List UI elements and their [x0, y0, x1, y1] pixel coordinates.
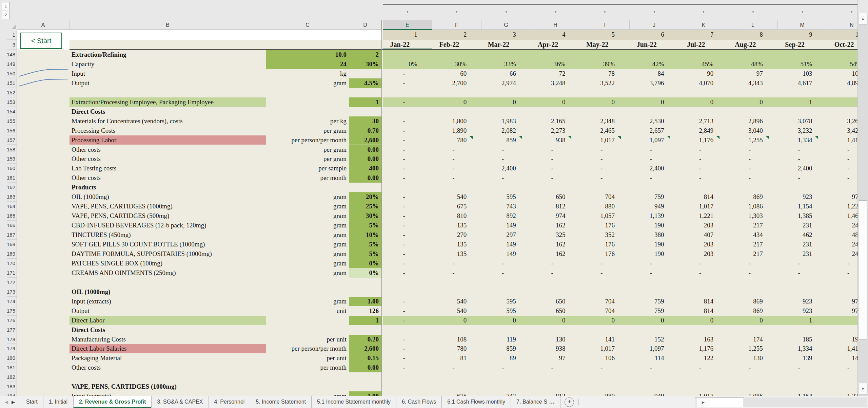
cell-J163[interactable]: 759 [630, 192, 679, 202]
cell-D154[interactable] [349, 107, 381, 116]
cell-I167[interactable]: 352 [580, 230, 630, 240]
row-header-151[interactable]: 151 [7, 78, 17, 88]
cell-C155[interactable]: per kg [266, 116, 349, 126]
cell-G159[interactable]: - [481, 154, 531, 164]
cell-N166[interactable]: 245 [827, 221, 857, 230]
cell-D158[interactable]: 0.00 [349, 145, 381, 154]
cell-E184[interactable]: - [383, 391, 432, 396]
cell-B184[interactable]: Input (extracts) [70, 391, 266, 396]
cell-A175[interactable] [17, 306, 70, 316]
cell-A176[interactable] [17, 316, 70, 325]
column-header-G[interactable]: G [481, 20, 531, 30]
row-header-153[interactable]: 153 [7, 97, 17, 107]
cell-J173[interactable] [630, 287, 679, 297]
tab-7-balance-s[interactable]: 7. Balance S... [511, 396, 560, 408]
cell-E148[interactable] [383, 50, 432, 59]
cell-H170[interactable]: - [531, 259, 580, 268]
cell-E151[interactable]: - [383, 78, 432, 88]
row-header-159[interactable]: 159 [7, 154, 17, 164]
cell-F160[interactable]: - [432, 164, 482, 173]
cell-M172[interactable] [778, 278, 827, 287]
cell-N163[interactable]: 978 [827, 192, 857, 202]
cell-H150[interactable]: 72 [531, 69, 580, 78]
column-header-L[interactable]: L [728, 20, 778, 30]
cell-H163[interactable]: 650 [531, 192, 580, 202]
cell-H173[interactable] [531, 287, 580, 297]
cell-C162[interactable] [266, 183, 349, 192]
cell-F169[interactable]: 135 [432, 249, 482, 259]
row-header-179[interactable]: 179 [7, 344, 17, 353]
cell-I172[interactable] [580, 278, 630, 287]
cell-J164[interactable]: 949 [630, 202, 679, 211]
column-group-dot[interactable] [654, 11, 655, 13]
cell-N174[interactable]: 978 [827, 297, 857, 306]
cell-L184[interactable]: 1,086 [728, 391, 778, 396]
cell-N178[interactable]: 196 [827, 335, 857, 344]
cell-B165[interactable]: VAPE, PENS, CARTIDGES (500mg) [70, 211, 266, 221]
cell-F155[interactable]: 1,800 [432, 116, 482, 126]
cell-A182[interactable] [17, 372, 70, 382]
cell-E157[interactable]: - [383, 135, 432, 145]
cell-N175[interactable]: 978 [827, 306, 857, 316]
cell-A181[interactable] [17, 363, 70, 372]
cell-A179[interactable] [17, 344, 70, 353]
cell-K155[interactable]: 2,713 [679, 116, 729, 126]
cell-J166[interactable]: 190 [630, 221, 679, 230]
cell-D180[interactable]: 0.15 [349, 353, 381, 363]
cell-E173[interactable] [383, 287, 432, 297]
cell-E160[interactable]: - [383, 164, 432, 173]
cell-G178[interactable]: 119 [481, 335, 531, 344]
cell-N159[interactable]: - [827, 154, 857, 164]
cell-K177[interactable] [679, 325, 729, 335]
cell-M158[interactable]: - [778, 145, 827, 154]
cell-K170[interactable]: - [679, 259, 729, 268]
cell-N164[interactable]: 1,223 [827, 202, 857, 211]
select-all-corner[interactable] [7, 20, 17, 30]
cell-K149[interactable]: 45% [679, 59, 729, 69]
cell-L169[interactable]: 217 [728, 249, 778, 259]
cell-B162[interactable]: Products [70, 183, 266, 192]
cell-D160[interactable]: 400 [349, 164, 381, 173]
cell-A166[interactable] [17, 221, 70, 230]
cell-G155[interactable]: 1,983 [481, 116, 531, 126]
cell-E158[interactable]: - [383, 145, 432, 154]
month-label-cell[interactable]: Oct-22 [827, 40, 857, 50]
column-header-C[interactable]: C [266, 20, 349, 30]
cell-D163[interactable]: 20% [349, 192, 381, 202]
cell-B153[interactable]: Extraction/Processing Employee, Packagin… [70, 97, 266, 107]
cell-H175[interactable]: 650 [531, 306, 580, 316]
cell-L153[interactable]: 0 [728, 97, 778, 107]
cell-J178[interactable]: 152 [630, 335, 679, 344]
cell-H169[interactable]: 162 [531, 249, 580, 259]
cell-C157[interactable]: per person/per month [266, 135, 349, 145]
cell-D169[interactable]: 5% [349, 249, 381, 259]
cell-F176[interactable]: 0 [432, 316, 482, 325]
cell-H177[interactable] [531, 325, 580, 335]
cell-L166[interactable]: 217 [728, 221, 778, 230]
cell-I177[interactable] [580, 325, 630, 335]
cell-L174[interactable]: 869 [728, 297, 778, 306]
cell-A148[interactable] [17, 50, 70, 59]
cell-M167[interactable]: 462 [778, 230, 827, 240]
cell-H184[interactable]: 812 [531, 391, 580, 396]
cell-N171[interactable]: - [827, 268, 857, 278]
start-link-button[interactable]: < Start [20, 33, 62, 49]
cell-L178[interactable]: 174 [728, 335, 778, 344]
cell-G179[interactable]: 859 [481, 344, 531, 353]
cell-I168[interactable]: 176 [580, 240, 630, 249]
horizontal-scrollbar[interactable]: ◀ ▶ [695, 397, 867, 407]
cell-F182[interactable] [432, 372, 482, 382]
cell-I152[interactable] [580, 88, 630, 97]
cell-I153[interactable]: 0 [580, 97, 630, 107]
cell-M152[interactable] [778, 88, 827, 97]
row-header-184[interactable]: 184 [7, 391, 17, 396]
cell-B172[interactable] [70, 278, 266, 287]
cell-I171[interactable]: - [580, 268, 630, 278]
cell-M183[interactable] [778, 382, 827, 391]
outline-level-2-button[interactable]: 2 [2, 11, 10, 19]
cell-A184[interactable] [17, 391, 70, 396]
cell-L160[interactable]: - [728, 164, 778, 173]
cell-E176[interactable]: - [383, 316, 432, 325]
cell-K154[interactable] [679, 107, 729, 116]
cell-D155[interactable]: 30 [349, 116, 381, 126]
